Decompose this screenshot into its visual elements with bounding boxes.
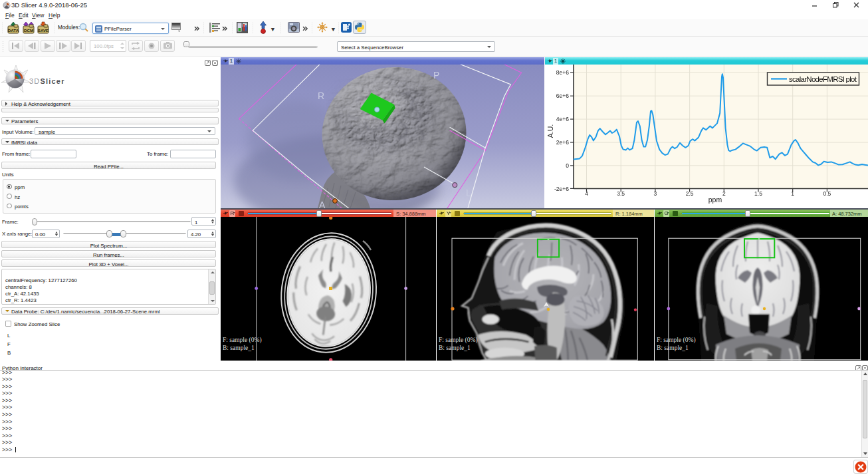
svg-text:-2e+6: -2e+6 bbox=[554, 186, 569, 192]
svg-text:A: A bbox=[319, 200, 326, 208]
svg-text:0.5: 0.5 bbox=[823, 190, 831, 197]
svg-text:R: R bbox=[318, 90, 324, 101]
svg-text:4: 4 bbox=[585, 190, 588, 197]
svg-text:8e+6: 8e+6 bbox=[556, 69, 569, 76]
svg-text:DCM: DCM bbox=[24, 28, 33, 33]
svg-text:L: L bbox=[466, 188, 471, 198]
svg-text:P: P bbox=[433, 70, 439, 80]
svg-text:2e+6: 2e+6 bbox=[556, 139, 569, 146]
svg-text:A.U.: A.U. bbox=[546, 124, 554, 138]
svg-text:6e+6: 6e+6 bbox=[556, 92, 569, 99]
svg-text:1: 1 bbox=[791, 190, 794, 197]
svg-text:SAVE: SAVE bbox=[38, 28, 49, 33]
svg-text:0: 0 bbox=[566, 162, 569, 169]
svg-text:1.5: 1.5 bbox=[754, 190, 762, 197]
svg-text:scalarNodeFMRSI plot: scalarNodeFMRSI plot bbox=[789, 75, 857, 83]
svg-text:2.5: 2.5 bbox=[686, 190, 694, 197]
svg-text:4e+6: 4e+6 bbox=[556, 116, 569, 122]
svg-text:DATA: DATA bbox=[8, 28, 19, 33]
svg-text:2: 2 bbox=[722, 190, 726, 197]
svg-text:ppm: ppm bbox=[708, 196, 722, 204]
svg-text:3: 3 bbox=[654, 190, 657, 197]
svg-text:3.5: 3.5 bbox=[617, 190, 625, 197]
